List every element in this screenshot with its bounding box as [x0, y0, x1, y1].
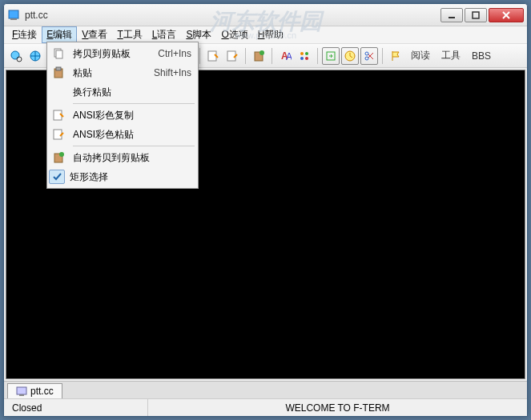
- copy-icon: [49, 45, 68, 62]
- auto-clipboard-icon[interactable]: [250, 47, 268, 65]
- svg-rect-3: [473, 12, 479, 18]
- read-button[interactable]: 阅读: [406, 49, 435, 62]
- menu-script[interactable]: S脚本: [181, 26, 216, 43]
- menu-rect-select[interactable]: 矩形选择: [49, 167, 196, 186]
- menu-view[interactable]: V查看: [77, 26, 112, 43]
- menu-connect[interactable]: F连接: [7, 26, 42, 43]
- svg-rect-13: [208, 51, 216, 61]
- maximize-button[interactable]: [465, 8, 487, 22]
- status-message: WELCOME TO F-TERM: [148, 399, 527, 416]
- scissors-icon[interactable]: [360, 47, 378, 65]
- ansi-copy-icon: [49, 106, 68, 124]
- close-button[interactable]: [489, 8, 524, 22]
- svg-rect-33: [54, 110, 62, 120]
- tab-label: ptt.cc: [30, 386, 54, 397]
- svg-rect-28: [19, 394, 24, 396]
- svg-point-20: [305, 52, 308, 55]
- toolbar-separator: [382, 48, 383, 64]
- edit-dropdown: 拷贝到剪贴板 Ctrl+Ins 粘贴 Shift+Ins 换行粘贴 ANSI彩色…: [46, 42, 199, 189]
- toolbar-separator: [245, 48, 246, 64]
- menu-options[interactable]: O选项: [216, 26, 252, 43]
- toolbar-separator: [272, 48, 272, 64]
- app-icon: [7, 9, 20, 22]
- svg-rect-0: [9, 10, 18, 18]
- ansi-copy-icon[interactable]: [204, 47, 222, 65]
- svg-point-16: [259, 50, 264, 55]
- ansi-paste-icon: [49, 126, 68, 143]
- toolbar-separator: [199, 48, 200, 64]
- tools-button[interactable]: 工具: [436, 49, 465, 62]
- square-arrow-icon[interactable]: [322, 47, 340, 65]
- paste-icon: [49, 64, 68, 82]
- statusbar: Closed WELCOME TO F-TERM: [4, 398, 527, 416]
- toolbar-separator: [317, 48, 318, 64]
- window-title: ptt.cc: [25, 10, 440, 21]
- svg-point-26: [365, 57, 368, 60]
- svg-rect-32: [56, 67, 61, 70]
- clock-icon[interactable]: [341, 47, 359, 65]
- ansi-paste-icon[interactable]: [223, 47, 241, 65]
- menu-help[interactable]: H帮助: [253, 26, 289, 43]
- auto-copy-icon: [49, 149, 68, 166]
- menu-language[interactable]: L语言: [147, 26, 182, 43]
- menu-paste[interactable]: 粘贴 Shift+Ins: [49, 63, 196, 82]
- menu-ansi-paste[interactable]: ANSI彩色粘贴: [49, 125, 196, 144]
- globe-icon[interactable]: [26, 47, 44, 65]
- tabbar: ptt.cc: [4, 381, 527, 398]
- svg-rect-34: [54, 130, 62, 139]
- menu-edit[interactable]: E编辑: [42, 26, 77, 43]
- gear-dots-icon[interactable]: [296, 47, 313, 65]
- svg-point-7: [17, 57, 22, 62]
- minimize-button[interactable]: [440, 8, 463, 22]
- session-tab[interactable]: ptt.cc: [7, 383, 62, 398]
- svg-point-6: [11, 51, 19, 59]
- font-icon[interactable]: AA: [276, 47, 294, 65]
- menu-auto-copy[interactable]: 自动拷贝到剪贴板: [49, 148, 196, 167]
- svg-rect-1: [10, 18, 17, 20]
- menu-separator: [73, 103, 195, 104]
- terminal-icon: [16, 386, 27, 396]
- menu-newline-paste[interactable]: 换行粘贴: [49, 82, 196, 102]
- globe-search-icon[interactable]: [7, 47, 25, 65]
- titlebar[interactable]: ptt.cc: [4, 4, 527, 26]
- svg-text:A: A: [286, 51, 292, 62]
- svg-point-19: [300, 52, 304, 55]
- flag-icon[interactable]: [387, 47, 404, 65]
- check-icon: [49, 170, 65, 184]
- svg-point-22: [305, 57, 308, 60]
- menu-separator: [73, 146, 195, 146]
- menu-copy-clipboard[interactable]: 拷贝到剪贴板 Ctrl+Ins: [49, 44, 196, 63]
- connection-status: Closed: [4, 399, 148, 416]
- menu-tools[interactable]: T工具: [112, 26, 147, 43]
- menu-ansi-copy[interactable]: ANSI彩色复制: [49, 106, 196, 125]
- svg-point-25: [365, 52, 368, 55]
- svg-rect-30: [56, 50, 62, 58]
- svg-point-36: [59, 152, 64, 157]
- svg-point-21: [300, 57, 304, 60]
- bbs-button[interactable]: BBS: [467, 50, 496, 62]
- svg-rect-27: [17, 387, 26, 394]
- svg-rect-14: [227, 51, 235, 61]
